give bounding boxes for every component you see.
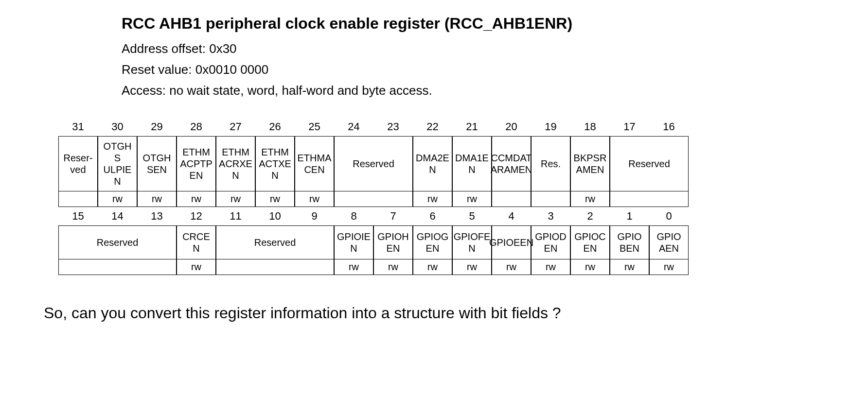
bit-field: Res. [531,136,570,191]
bit-number: 29 [137,118,177,136]
bit-field: ETHM ACRXE N [216,136,255,191]
bit-field: Reser- ved [58,136,98,191]
bit-field: ETHM ACPTP EN [177,136,216,191]
bit-number: 9 [295,207,334,225]
access-cell: rw [255,191,295,207]
bit-number: 4 [492,207,531,225]
register-bitfield-table: 31 30 29 28 27 26 25 24 23 22 21 20 19 1… [58,118,839,275]
access-cell: rw [649,259,689,275]
bit-field: OTGH S ULPIE N [98,136,137,191]
access-cell: rw [295,191,334,207]
bit-number: 18 [570,118,610,136]
bit-number: 15 [58,207,98,225]
bit-number: 30 [98,118,137,136]
access-cell: rw [334,259,373,275]
access-cell: rw [413,259,452,275]
bit-number: 6 [413,207,452,225]
bit-field: ETHM ACTXE N [255,136,295,191]
register-title: RCC AHB1 peripheral clock enable registe… [122,15,839,33]
access-cell: rw [452,259,492,275]
bit-field: GPIOC EN [570,225,610,259]
bit-number: 3 [531,207,570,225]
access-cell: rw [610,259,649,275]
bit-number: 19 [531,118,570,136]
access-row-high: rw rw rw rw rw rw rw rw rw [58,191,839,207]
register-header: RCC AHB1 peripheral clock enable registe… [122,15,839,98]
field-row-high: Reser- ved OTGH S ULPIE N OTGH SEN ETHM … [58,136,839,191]
bit-field: CRCE N [177,225,216,259]
bit-number: 27 [216,118,255,136]
bit-number: 20 [492,118,531,136]
bit-field: OTGH SEN [137,136,177,191]
bit-number: 10 [255,207,295,225]
bit-number: 1 [610,207,649,225]
bit-field: Reserved [610,136,689,191]
bit-field: ETHMA CEN [295,136,334,191]
access-cell: rw [98,191,137,207]
bit-field: GPIOH EN [373,225,413,259]
bit-field: CCMDAT ARAMEN [492,136,531,191]
bit-field: GPIO BEN [610,225,649,259]
question-text: So, can you convert this register inform… [44,304,839,322]
field-row-low: Reserved CRCE N Reserved GPIOIE N GPIOH … [58,225,839,259]
bit-number: 11 [216,207,255,225]
access-cell [610,191,689,207]
bit-number: 24 [334,118,373,136]
bit-number: 21 [452,118,492,136]
access-cell: rw [492,259,531,275]
bit-field: DMA2E N [413,136,452,191]
bit-field: BKPSR AMEN [570,136,610,191]
bit-field: GPIOEEN [492,225,531,259]
access-cell: rw [177,259,216,275]
access-cell: rw [570,259,610,275]
bit-numbers-low: 15 14 13 12 11 10 9 8 7 6 5 4 3 2 1 0 [58,207,839,225]
bit-field: Reserved [216,225,334,259]
bit-number: 25 [295,118,334,136]
access-info: Access: no wait state, word, half-word a… [122,83,839,98]
reset-value: Reset value: 0x0010 0000 [122,62,839,77]
access-cell: rw [177,191,216,207]
bit-field: GPIOD EN [531,225,570,259]
bit-number: 16 [649,118,689,136]
bit-number: 17 [610,118,649,136]
bit-field: Reserved [334,136,413,191]
bit-field: DMA1E N [452,136,492,191]
bit-numbers-high: 31 30 29 28 27 26 25 24 23 22 21 20 19 1… [58,118,839,136]
address-offset: Address offset: 0x30 [122,41,839,56]
bit-number: 12 [177,207,216,225]
access-cell: rw [531,259,570,275]
bit-number: 2 [570,207,610,225]
bit-number: 14 [98,207,137,225]
bit-number: 13 [137,207,177,225]
bit-number: 0 [649,207,689,225]
access-cell: rw [413,191,452,207]
access-cell [531,191,570,207]
bit-number: 5 [452,207,492,225]
bit-number: 28 [177,118,216,136]
bit-number: 7 [373,207,413,225]
bit-field: GPIO AEN [649,225,689,259]
bit-number: 26 [255,118,295,136]
bit-number: 23 [373,118,413,136]
access-cell [216,259,334,275]
bit-number: 22 [413,118,452,136]
access-cell [58,191,98,207]
bit-field: GPIOFE N [452,225,492,259]
access-cell [334,191,413,207]
bit-field: Reserved [58,225,177,259]
access-cell: rw [373,259,413,275]
bit-field: GPIOIE N [334,225,373,259]
bit-number: 8 [334,207,373,225]
access-row-low: rw rw rw rw rw rw rw rw rw rw [58,259,839,275]
access-cell [58,259,177,275]
bit-field: GPIOG EN [413,225,452,259]
access-cell: rw [137,191,177,207]
bit-number: 31 [58,118,98,136]
access-cell: rw [570,191,610,207]
access-cell: rw [452,191,492,207]
access-cell [492,191,531,207]
access-cell: rw [216,191,255,207]
